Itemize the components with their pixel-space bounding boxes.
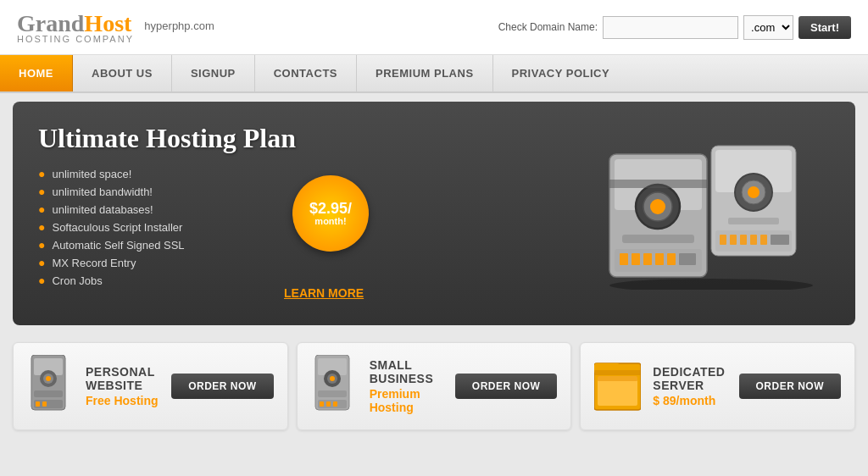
svg-rect-26 (609, 180, 707, 188)
card-subtitle-1: Premium Hosting (370, 387, 443, 414)
card-title-2: DEDICATED SERVER (653, 365, 726, 392)
card-subtitle-2: $ 89/month (653, 394, 726, 407)
svg-rect-45 (326, 401, 331, 407)
nav-item-home[interactable]: HOME (0, 55, 73, 91)
hero-title: Ultimate Hosting Plan (38, 123, 559, 154)
main-nav: HOMEABOUT USSIGNUPCONTACTSPREMIUM PLANSP… (0, 55, 868, 93)
card-info-0: PERSONAL WEBSITE Free Hosting (86, 365, 159, 407)
price-unit: month! (314, 216, 346, 226)
domain-input[interactable] (603, 16, 738, 39)
card-info-1: SMALL BUSINESS Premium Hosting (370, 358, 443, 414)
svg-rect-9 (740, 235, 747, 245)
nav-item-contacts[interactable]: CONTACTS (255, 55, 357, 91)
card-subtitle-0: Free Hosting (86, 394, 159, 407)
svg-rect-8 (730, 235, 737, 245)
svg-point-41 (330, 376, 335, 381)
header: GrandHost hyperphp.com HOSTING COMPANY C… (0, 0, 868, 55)
logo-subtitle: HOSTING COMPANY (17, 34, 214, 44)
hero-banner: Ultimate Hosting Plan ●unlimited space!●… (13, 102, 855, 325)
card-icon-0 (27, 355, 74, 418)
bullet-icon: ● (38, 202, 45, 216)
svg-rect-11 (760, 235, 767, 245)
svg-point-4 (748, 186, 760, 198)
svg-rect-49 (594, 370, 641, 375)
svg-rect-21 (632, 253, 640, 265)
bullet-icon: ● (38, 274, 45, 287)
price-badge: $2.95/ month! (292, 175, 369, 252)
hero-feature-item: ●MX Record Entry (38, 256, 559, 269)
domain-ext-select[interactable]: .com .net .org .info (743, 15, 793, 40)
bullet-icon: ● (38, 220, 45, 234)
price-amount: $2.95/ (309, 201, 352, 216)
svg-rect-24 (667, 253, 676, 265)
bullet-icon: ● (38, 238, 45, 252)
svg-rect-36 (42, 401, 47, 407)
hero-feature-item: ●Cron Jobs (38, 274, 559, 287)
bullet-icon: ● (38, 256, 45, 269)
svg-rect-35 (36, 401, 40, 407)
cards-section: PERSONAL WEBSITE Free Hosting ORDER NOW … (0, 334, 868, 439)
svg-rect-20 (620, 253, 628, 265)
order-button-2[interactable]: ORDER NOW (739, 374, 842, 399)
learn-more-link[interactable]: LEARN MORE (284, 286, 364, 300)
nav-item-signup[interactable]: SIGNUP (172, 55, 255, 91)
card-title-0: PERSONAL WEBSITE (86, 365, 159, 392)
svg-rect-33 (34, 390, 63, 397)
svg-rect-22 (643, 253, 652, 265)
card-title-1: SMALL BUSINESS (370, 358, 443, 385)
start-button[interactable]: Start! (798, 16, 851, 39)
svg-rect-25 (679, 253, 696, 265)
logo-wrapper: GrandHost hyperphp.com HOSTING COMPANY (17, 10, 214, 44)
card-icon-1 (311, 355, 358, 418)
svg-rect-18 (622, 235, 694, 243)
svg-rect-5 (728, 218, 779, 224)
svg-rect-12 (771, 235, 789, 245)
card-info-2: DEDICATED SERVER $ 89/month (653, 365, 726, 407)
nav-item-privacy-policy[interactable]: PRIVACY POLICY (493, 55, 629, 91)
bullet-icon: ● (38, 167, 45, 180)
nav-item-about-us[interactable]: ABOUT US (73, 55, 172, 91)
svg-rect-46 (333, 401, 337, 407)
card-2: DEDICATED SERVER $ 89/month ORDER NOW (580, 342, 855, 430)
card-1: SMALL BUSINESS Premium Hosting ORDER NOW (297, 342, 572, 430)
svg-rect-7 (720, 235, 726, 245)
hero-feature-item: ●unlimited space! (38, 167, 559, 180)
logo-domain: hyperphp.com (144, 19, 214, 32)
logo-area: GrandHost hyperphp.com HOSTING COMPANY (17, 10, 214, 44)
svg-rect-10 (750, 235, 757, 245)
domain-label: Check Domain Name: (498, 21, 598, 33)
svg-point-32 (46, 376, 51, 381)
hero-feature-item: ●Automatic Self Signed SSL (38, 238, 559, 252)
svg-rect-42 (318, 390, 347, 397)
svg-point-17 (650, 199, 665, 214)
svg-point-27 (609, 279, 813, 290)
nav-item-premium-plans[interactable]: PREMIUM PLANS (357, 55, 493, 91)
svg-rect-23 (655, 253, 664, 265)
domain-check-area: Check Domain Name: .com .net .org .info … (498, 15, 851, 40)
hero-server-image (559, 137, 830, 290)
order-button-1[interactable]: ORDER NOW (455, 374, 558, 399)
card-icon-2 (594, 355, 641, 418)
svg-rect-51 (598, 376, 637, 381)
svg-rect-44 (320, 401, 324, 407)
card-0: PERSONAL WEBSITE Free Hosting ORDER NOW (13, 342, 288, 430)
bullet-icon: ● (38, 185, 45, 198)
order-button-0[interactable]: ORDER NOW (171, 374, 274, 399)
